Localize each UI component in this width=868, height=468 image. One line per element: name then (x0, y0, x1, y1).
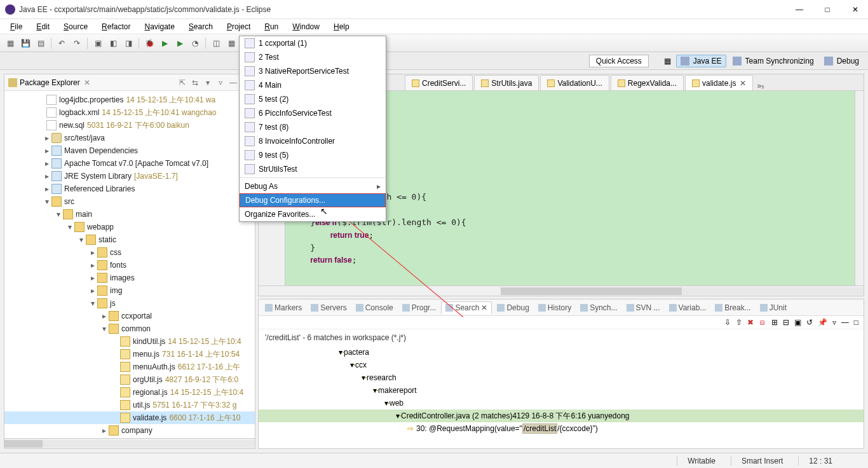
expand-arrow-icon[interactable]: ▸ (43, 159, 51, 168)
package-tree[interactable]: log4jdbc.properties14 15-12-15 上午10:41 w… (4, 91, 255, 438)
bottom-tab-junit[interactable]: JUnit (756, 302, 790, 313)
search-tree-item[interactable]: ▾pactera (259, 346, 864, 359)
debug-as-item[interactable]: Debug As (240, 179, 386, 193)
tree-item[interactable]: ▸JRE System Library[JavaSE-1.7] (4, 170, 255, 182)
tree-item[interactable]: ▾main (4, 208, 255, 221)
close-tab-icon[interactable]: ✕ (740, 79, 746, 88)
menu-project[interactable]: Project (220, 21, 257, 32)
remove-match-icon[interactable]: ✖ (747, 318, 754, 327)
tree-item[interactable]: ▾js (4, 297, 255, 310)
collapse-all-icon[interactable]: ⊟ (783, 318, 789, 327)
tree-item[interactable]: orgUtil.js4827 16-9-12 下午6:0 (4, 373, 255, 386)
tree-item[interactable]: menuAuth.js6612 17-1-16 上午 (4, 361, 255, 373)
search-tree-item[interactable]: ▾CreditController.java (2 matches) 4129 … (259, 410, 864, 422)
quick-access-button[interactable]: Quick Access (589, 55, 649, 67)
editor-tab[interactable]: CreditServi... (405, 75, 473, 90)
minimize-button[interactable]: — (792, 5, 807, 14)
search-tree-item[interactable]: ▾web (259, 397, 864, 410)
bottom-tab-console[interactable]: Console (352, 302, 397, 313)
maxview-icon[interactable]: □ (854, 318, 858, 327)
editor-tab[interactable]: ValidationU... (540, 75, 609, 90)
debug-history-item[interactable]: 5 test (2) (240, 92, 386, 106)
build-icon[interactable]: ▣ (92, 37, 104, 50)
minview-icon[interactable]: — (841, 318, 849, 327)
undo-icon[interactable]: ↶ (55, 37, 68, 50)
bottom-tab-break[interactable]: Break... (711, 302, 754, 313)
bottom-tab-progr[interactable]: Progr... (398, 302, 440, 313)
expand-arrow-icon[interactable]: ▸ (88, 248, 97, 257)
filter-icon[interactable]: ▾ (203, 78, 213, 88)
run-ext-icon[interactable]: ▶ (173, 37, 186, 50)
prev-match-icon[interactable]: ⇧ (736, 318, 742, 327)
search-tree-item[interactable]: ▾ccx (259, 359, 864, 371)
expand-arrow-icon[interactable]: ▾ (88, 299, 97, 308)
editor-hscrollbar[interactable] (259, 286, 864, 296)
perspective-java-ee[interactable]: Java EE (676, 55, 726, 67)
expand-arrow-icon[interactable]: ▸ (100, 312, 109, 320)
debug-history-item[interactable]: 6 PiccInfoServiceTest (240, 106, 386, 120)
tree-item[interactable]: ▸Maven Dependencies (4, 144, 255, 157)
search-tree-item[interactable]: ▾research (259, 371, 864, 384)
expand-arrow-icon[interactable]: ▸ (88, 261, 97, 270)
newclass-icon[interactable]: ◫ (210, 37, 222, 50)
debug-configurations-item[interactable]: Debug Configurations... (240, 193, 386, 207)
menu-run[interactable]: Run (258, 21, 285, 32)
bottom-tab-history[interactable]: History (534, 302, 575, 313)
debug-history-item[interactable]: 7 test (8) (240, 120, 386, 134)
editor-tab[interactable]: validate.js✕ (685, 75, 753, 90)
tree-item[interactable]: ▸Referenced Libraries (4, 182, 255, 195)
minimize-view-icon[interactable]: — (228, 78, 238, 88)
debug-history-item[interactable]: 3 NativeReportServiceTest (240, 64, 386, 78)
tree-item[interactable]: validate.js6600 17-1-16 上午10 (4, 411, 255, 424)
menu-help[interactable]: Help (327, 21, 356, 32)
editor-tab[interactable]: RegexValida... (611, 75, 684, 90)
tree-item[interactable]: ▸css (4, 246, 255, 259)
more-tabs-icon[interactable]: »₅ (757, 81, 764, 90)
tree-item[interactable]: ▾src (4, 195, 255, 208)
bottom-tab-search[interactable]: Search ✕ (441, 301, 492, 314)
view-menu-icon[interactable]: ▿ (215, 78, 226, 88)
bottom-tab-variab[interactable]: Variab... (665, 302, 710, 313)
bottom-tab-markers[interactable]: Markers (261, 302, 306, 313)
bottom-tab-synch[interactable]: Synch... (576, 302, 621, 313)
link-editor-icon[interactable]: ⇆ (190, 78, 200, 88)
stop-icon[interactable]: ▣ (794, 318, 801, 327)
new-icon[interactable]: ▦ (4, 37, 17, 50)
redo-icon[interactable]: ↷ (71, 37, 83, 50)
save-icon[interactable]: 💾 (19, 37, 32, 50)
debug-history-item[interactable]: 1 ccxportal (1) (240, 36, 386, 50)
history-icon[interactable]: ↺ (806, 318, 813, 327)
debug-history-item[interactable]: 8 InvoiceInfoController (240, 134, 386, 148)
hscrollbar[interactable] (4, 438, 255, 448)
tree-item[interactable]: util.js5751 16-11-7 下午3:32 g (4, 399, 255, 411)
tree-item[interactable]: ▸fonts (4, 259, 255, 272)
next-match-icon[interactable]: ⇩ (724, 318, 731, 327)
tree-item[interactable]: ▸src/test/java (4, 132, 255, 144)
debug-history-item[interactable]: 4 Main (240, 78, 386, 92)
menu-edit[interactable]: Edit (30, 21, 56, 32)
view-menu2-icon[interactable]: ▿ (832, 318, 836, 327)
expand-all-icon[interactable]: ⊞ (771, 318, 778, 327)
editor-tab[interactable]: StrUtils.java (474, 75, 539, 90)
tree-item[interactable]: ▸Apache Tomcat v7.0 [Apache Tomcat v7.0] (4, 157, 255, 170)
vscrollbar[interactable] (855, 91, 864, 286)
expand-arrow-icon[interactable]: ▾ (100, 324, 109, 333)
collapse-all-icon[interactable]: ⇱ (177, 78, 187, 88)
menu-window[interactable]: Window (286, 21, 326, 32)
search-tree-item[interactable]: ⇨30: @RequestMapping(value="/creditList/… (259, 422, 864, 435)
bottom-tab-svn[interactable]: SVN ... (623, 302, 664, 313)
expand-arrow-icon[interactable]: ▸ (88, 273, 97, 282)
tree-item[interactable]: kindUtil.js14 15-12-15 上午10:4 (4, 335, 255, 348)
menu-file[interactable]: File (4, 21, 29, 32)
file-item[interactable]: log4jdbc.properties14 15-12-15 上午10:41 w… (4, 93, 255, 106)
file-item[interactable]: new.sql5031 16-9-21 下午6:00 baikun (4, 119, 255, 132)
expand-arrow-icon[interactable]: ▾ (54, 210, 63, 219)
debug-history-item[interactable]: 2 Test (240, 50, 386, 64)
bottom-tab-servers[interactable]: Servers (307, 302, 350, 313)
tree-item[interactable]: ▸images (4, 272, 255, 284)
debug-icon[interactable]: 🐞 (143, 37, 156, 50)
expand-arrow-icon[interactable]: ▸ (43, 184, 51, 193)
perspective-debug[interactable]: Debug (820, 55, 863, 67)
remove-all-icon[interactable]: ⦻ (759, 318, 766, 327)
menu-source[interactable]: Source (57, 21, 94, 32)
